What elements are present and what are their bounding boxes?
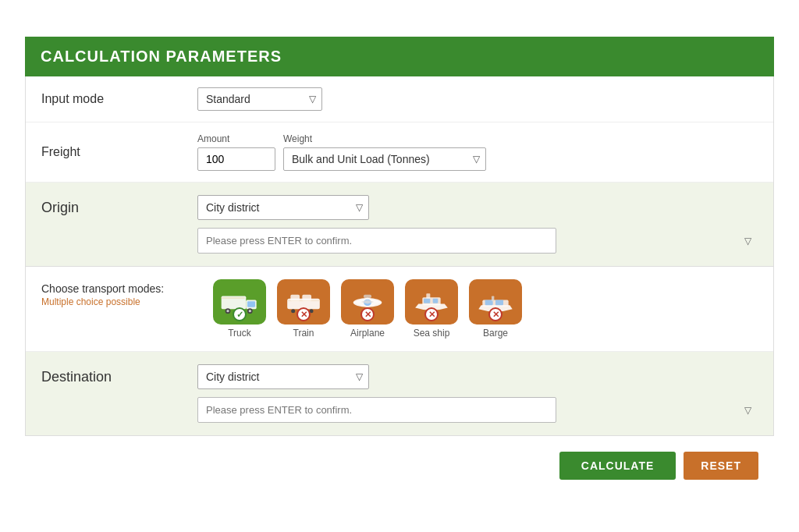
amount-input[interactable] bbox=[197, 147, 275, 171]
transport-sea-ship[interactable]: ✕ Sea ship bbox=[405, 279, 458, 339]
origin-confirm-arrow-icon: ▽ bbox=[744, 236, 751, 246]
transport-choose-label: Choose transport modes: bbox=[41, 282, 197, 295]
svg-point-6 bbox=[249, 310, 251, 312]
main-container: CALCULATION PARAMETERS Input mode Standa… bbox=[25, 37, 774, 495]
barge-x-badge: ✕ bbox=[488, 307, 502, 321]
svg-point-4 bbox=[226, 310, 229, 312]
destination-section: Destination City district City Country R… bbox=[26, 352, 773, 435]
transport-airplane[interactable]: ✕ Airplane bbox=[341, 279, 394, 339]
transport-row: Choose transport modes: Multiple choice … bbox=[26, 267, 773, 352]
reset-button[interactable]: RESET bbox=[684, 452, 758, 480]
train-x-badge: ✕ bbox=[297, 307, 311, 321]
transport-truck[interactable]: ✓ Truck bbox=[213, 279, 266, 339]
airplane-x-badge: ✕ bbox=[360, 307, 375, 321]
transport-train[interactable]: ✕ Train bbox=[277, 279, 330, 339]
panel-title: CALCULATION PARAMETERS bbox=[41, 48, 282, 65]
freight-row: Freight Amount Weight Bulk and Unit Load… bbox=[26, 122, 773, 183]
svg-rect-24 bbox=[433, 299, 439, 303]
origin-header: Origin City district City Country Region… bbox=[41, 195, 758, 220]
origin-section: Origin City district City Country Region… bbox=[26, 183, 773, 267]
destination-confirm-wrapper: ▽ bbox=[197, 397, 758, 423]
svg-rect-20 bbox=[364, 295, 371, 298]
destination-confirm-arrow-icon: ▽ bbox=[744, 405, 751, 416]
truck-label: Truck bbox=[228, 328, 251, 339]
barge-icon-box: ✕ bbox=[469, 279, 522, 325]
amount-sublabel: Amount bbox=[197, 133, 275, 144]
input-mode-controls: Standard Advanced ▽ bbox=[197, 87, 758, 111]
truck-check-badge: ✓ bbox=[233, 307, 247, 321]
svg-rect-14 bbox=[287, 300, 320, 302]
sea-ship-label: Sea ship bbox=[414, 328, 450, 339]
weight-select-wrapper: Bulk and Unit Load (Tonnes) Pieces Volum… bbox=[283, 147, 486, 171]
origin-confirm-input[interactable] bbox=[197, 228, 556, 254]
destination-location-select[interactable]: City district City Country Region bbox=[197, 364, 369, 389]
destination-confirm-input[interactable] bbox=[197, 397, 556, 423]
origin-location-select-wrapper: City district City Country Region ▽ bbox=[197, 195, 369, 220]
svg-rect-7 bbox=[222, 297, 245, 299]
svg-rect-23 bbox=[424, 299, 430, 303]
freight-controls: Amount Weight Bulk and Unit Load (Tonnes… bbox=[197, 133, 486, 171]
origin-title: Origin bbox=[41, 200, 197, 216]
input-mode-select[interactable]: Standard Advanced bbox=[197, 87, 322, 111]
svg-point-11 bbox=[291, 309, 295, 313]
destination-location-select-wrapper: City district City Country Region ▽ bbox=[197, 364, 369, 389]
sea-ship-icon-box: ✕ bbox=[405, 279, 458, 325]
panel-header: CALCULATION PARAMETERS bbox=[25, 37, 774, 76]
input-mode-select-wrapper: Standard Advanced ▽ bbox=[197, 87, 322, 111]
panel-body: Input mode Standard Advanced ▽ Freight A… bbox=[25, 76, 774, 436]
input-mode-label: Input mode bbox=[41, 92, 197, 106]
freight-label: Freight bbox=[41, 145, 197, 159]
airplane-icon-box: ✕ bbox=[341, 279, 394, 325]
transport-barge[interactable]: ✕ Barge bbox=[469, 279, 522, 339]
buttons-row: CALCULATE RESET bbox=[25, 436, 774, 495]
barge-label: Barge bbox=[483, 328, 508, 339]
train-icon-box: ✕ bbox=[277, 279, 330, 325]
transport-label-col: Choose transport modes: Multiple choice … bbox=[41, 279, 197, 307]
origin-confirm-wrapper: ▽ bbox=[197, 228, 758, 254]
destination-title: Destination bbox=[41, 369, 197, 385]
sea-ship-x-badge: ✕ bbox=[424, 307, 439, 321]
destination-header: Destination City district City Country R… bbox=[41, 364, 758, 389]
input-mode-row: Input mode Standard Advanced ▽ bbox=[26, 76, 773, 122]
transport-multiple-label: Multiple choice possible bbox=[41, 296, 197, 307]
weight-sublabel: Weight bbox=[283, 133, 486, 144]
svg-rect-22 bbox=[426, 293, 430, 299]
freight-amount-col: Amount bbox=[197, 133, 275, 171]
svg-rect-27 bbox=[495, 300, 503, 306]
transport-icons: ✓ Truck bbox=[213, 279, 522, 339]
truck-icon-box: ✓ bbox=[213, 279, 266, 325]
origin-location-select[interactable]: City district City Country Region bbox=[197, 195, 369, 220]
airplane-label: Airplane bbox=[350, 328, 385, 339]
weight-select[interactable]: Bulk and Unit Load (Tonnes) Pieces Volum… bbox=[283, 147, 486, 171]
calculate-button[interactable]: CALCULATE bbox=[559, 452, 676, 480]
svg-rect-28 bbox=[492, 296, 494, 302]
freight-weight-col: Weight Bulk and Unit Load (Tonnes) Piece… bbox=[283, 133, 486, 171]
train-label: Train bbox=[293, 328, 314, 339]
svg-rect-2 bbox=[247, 301, 255, 307]
